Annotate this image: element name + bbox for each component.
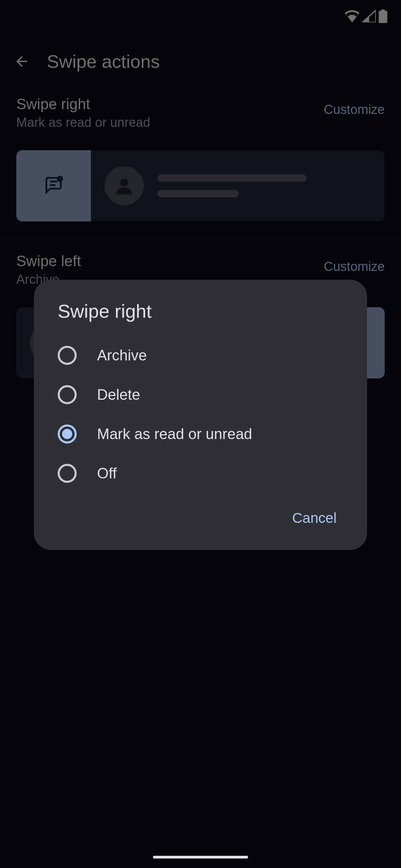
- swipe-right-dialog: Swipe right Archive Delete Mark as read …: [34, 280, 367, 550]
- navigation-handle[interactable]: [153, 856, 248, 859]
- radio-icon: [58, 385, 77, 404]
- radio-label: Off: [97, 465, 117, 482]
- radio-option-off[interactable]: Off: [34, 454, 367, 493]
- cancel-button[interactable]: Cancel: [285, 507, 343, 530]
- radio-option-archive[interactable]: Archive: [34, 336, 367, 375]
- radio-label: Mark as read or unread: [97, 426, 252, 442]
- dialog-title: Swipe right: [34, 300, 367, 336]
- radio-option-delete[interactable]: Delete: [34, 375, 367, 414]
- radio-option-mark-read[interactable]: Mark as read or unread: [34, 414, 367, 454]
- radio-icon: [58, 346, 77, 365]
- radio-label: Delete: [97, 386, 140, 403]
- radio-icon: [58, 464, 77, 483]
- radio-label: Archive: [97, 347, 147, 364]
- radio-icon-selected: [58, 425, 77, 443]
